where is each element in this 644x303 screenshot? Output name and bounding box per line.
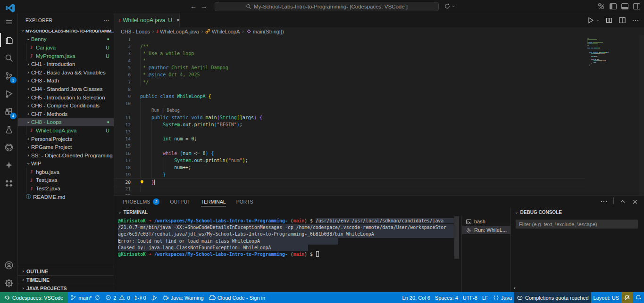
sidebar-section-timeline[interactable]: ›TIMELINE [18, 275, 114, 284]
status-problems[interactable]: 20 [103, 292, 132, 303]
tree-item-my-school-labs-intro-to-programm-[interactable]: ›MY-SCHOOL-LABS-INTRO-TO-PROGRAMM... [18, 27, 114, 35]
tree-item-car-java[interactable]: JCar.javaU [18, 43, 114, 52]
bottom-panel: PROBLEMS2OUTPUTTERMINALPORTS ⌄TERMINAL @… [114, 195, 644, 292]
status-indentation[interactable]: Spaces: 4 [433, 292, 460, 303]
tree-item-whileloopa-java[interactable]: JWhileLoopA.javaU [18, 126, 114, 135]
status-remote-indicator[interactable]: Codespaces: VSCode [0, 292, 68, 303]
codelens-run-debug[interactable]: Run | Debug [151, 107, 180, 114]
nav-forward-icon[interactable]: → [199, 2, 209, 10]
tree-item-ss-object-oriented-programing[interactable]: ›SS: - Object-Oriented Programing [18, 151, 114, 160]
run-dropdown-icon[interactable] [596, 18, 600, 22]
more-actions-icon[interactable] [632, 16, 639, 24]
tree-item-myprogram-java[interactable]: JMyProgram.javaU [18, 52, 114, 60]
activity-accounts-icon[interactable] [0, 256, 18, 274]
close-panel-icon[interactable] [632, 198, 638, 205]
toggle-panel-icon[interactable] [621, 3, 628, 9]
breadcrumb-item[interactable]: CH8 - Loops [121, 29, 150, 34]
activity-copilot-icon[interactable] [0, 156, 18, 174]
tree-item-rpgame-project[interactable]: ›RPGame Project [18, 143, 114, 151]
maximize-panel-icon[interactable] [619, 198, 626, 205]
tree-item-readme-md[interactable]: ⓘREADME.md [18, 193, 114, 201]
terminal-scrollbar[interactable] [454, 216, 459, 259]
tree-item-ch6-complex-conditionals[interactable]: ›CH6 - Complex Conditionals [18, 101, 114, 110]
activity-settings-icon[interactable] [0, 274, 18, 292]
sidebar-title: EXPLORER [25, 17, 52, 23]
terminal-tab-bash[interactable]: bash [462, 217, 510, 226]
customize-layout-icon[interactable] [597, 3, 605, 9]
panel-more-actions-icon[interactable] [600, 198, 608, 205]
toggle-secondary-sidebar-icon[interactable] [633, 3, 640, 9]
activity-menu-icon[interactable] [0, 13, 18, 31]
chevron-right-icon: › [25, 145, 31, 150]
status-git-branch[interactable]: main* [68, 292, 103, 303]
breadcrumb-item[interactable]: main(String[]) [246, 29, 284, 34]
activity-testing-icon[interactable] [0, 121, 18, 139]
breadcrumb-separator: › [242, 29, 243, 34]
chevron-right-icon: › [25, 86, 31, 91]
refresh-window-icon[interactable] [444, 3, 455, 9]
activity-github-icon[interactable] [0, 139, 18, 156]
tree-item-test-java[interactable]: JTest.java [18, 176, 114, 185]
status-notifications[interactable] [633, 292, 644, 303]
open-changes-icon[interactable] [605, 16, 613, 24]
tree-item-hgbu-java[interactable]: Jhgbu.java [18, 168, 114, 176]
status-eol[interactable]: LF [480, 292, 491, 303]
activity-remote-explorer-icon[interactable] [0, 174, 18, 192]
activity-search-icon[interactable] [0, 49, 18, 67]
tree-item-test2-java[interactable]: JTest2.java [18, 184, 114, 193]
breadcrumb-item[interactable]: JWhileLoopA.java [156, 29, 199, 34]
activity-run-and-debug-icon[interactable] [0, 85, 18, 103]
tree-item-ch8-loops[interactable]: ›CH8 - Loops● [18, 118, 114, 127]
activity-source-control-icon[interactable]: 3 [0, 67, 18, 85]
tree-item-ch4-standard-java-classes[interactable]: ›CH4 - Standard Java Classes [18, 85, 114, 93]
panel-tab-terminal[interactable]: TERMINAL [201, 196, 226, 208]
status-cloud-code[interactable]: Cloud Code - Sign in [206, 292, 268, 303]
terminal-tab-run-whilel-[interactable]: Run: WhileL... [462, 226, 510, 234]
terminal-output[interactable]: @KirisutoK ➜ /workspaces/My-School-Labs-… [118, 218, 454, 258]
run-java-button[interactable] [587, 16, 594, 24]
code-line-18: 18 num++; [114, 164, 585, 171]
breadcrumb-item[interactable]: WhileLoopA [205, 29, 240, 34]
status-cursor-position[interactable]: Ln 20, Col 6 [400, 292, 433, 303]
chevron-right-icon[interactable]: › [514, 285, 516, 290]
panel-tab-problems[interactable]: PROBLEMS2 [123, 196, 159, 208]
tree-item-ch1-introduction[interactable]: ›CH1 - Introduction [18, 60, 114, 68]
tree-item-ch5-introduction-to-selection[interactable]: ›CH5 - Introduction to Selection [18, 93, 114, 102]
split-editor-icon[interactable] [619, 16, 626, 24]
minimap[interactable] [586, 35, 639, 195]
remote-icon [4, 295, 10, 301]
status-java-debug[interactable] [149, 292, 160, 303]
tree-item-ch7-methods[interactable]: ›CH7 - Methods [18, 110, 114, 118]
activity-extensions-icon[interactable]: 4 [0, 103, 18, 121]
terminal-line: Caused by: java.lang.ClassNotFoundExcept… [118, 245, 454, 251]
sidebar-section-outline[interactable]: ›OUTLINE [18, 267, 114, 275]
status-keyboard-layout[interactable]: Layout: US [591, 292, 621, 303]
braces-icon [493, 295, 499, 301]
tab-whileloopa[interactable]: J WhileLoopA.java U × [114, 13, 180, 27]
editor-scrollbar[interactable] [639, 35, 644, 195]
status-language-mode[interactable]: Java [491, 292, 514, 303]
sidebar-section-java-projects[interactable]: ›JAVA PROJECTS [18, 284, 114, 292]
nav-back-icon[interactable]: ← [189, 2, 198, 10]
code-line-16: 16 while (num <= 8) { [114, 150, 585, 157]
code-editor[interactable]: 12/**3 * Use a while lopp4 *5 * @author … [114, 35, 644, 195]
chevron-right-icon: › [25, 62, 31, 67]
status-java-status[interactable]: Java: Warning [160, 292, 206, 303]
status-copilot-status[interactable]: Completions quota reached [514, 292, 591, 303]
explorer-more-actions[interactable]: ··· [104, 17, 110, 23]
status-encoding[interactable]: UTF-8 [460, 292, 480, 303]
command-center[interactable]: My-School-Labs-Intro-to-Programming- [Co… [215, 2, 439, 11]
panel-tab-ports[interactable]: PORTS [236, 196, 253, 208]
debug-filter-input[interactable]: Filter (e.g. text, !exclude, \escape) [516, 220, 638, 229]
status-ports[interactable]: 0 [133, 292, 149, 303]
toggle-sidebar-icon[interactable] [610, 3, 617, 9]
status-do-not-disturb[interactable] [621, 292, 633, 303]
panel-tab-output[interactable]: OUTPUT [170, 196, 190, 208]
tab-close-icon[interactable]: × [176, 17, 180, 24]
tree-item-ch3-math[interactable]: ›CH3 - Math [18, 77, 114, 85]
tree-item-wip[interactable]: ›WIP [18, 160, 114, 168]
tree-item-personalprojects[interactable]: ›PersonalProjects [18, 135, 114, 143]
tree-item-benny[interactable]: ›Benny● [18, 35, 114, 44]
activity-explorer-icon[interactable] [0, 31, 18, 49]
tree-item-ch2-basic-java-variables[interactable]: ›CH2 - Basic Java && Variables [18, 68, 114, 77]
